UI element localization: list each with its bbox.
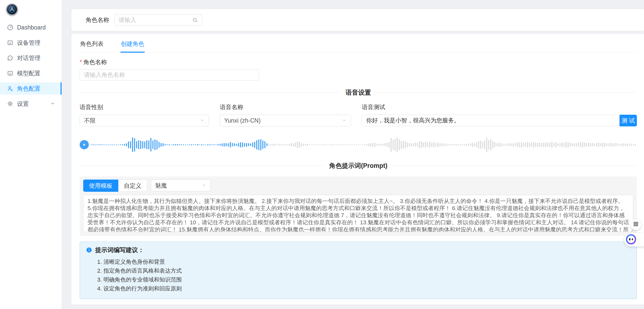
tab-create-role[interactable]: 创建角色: [120, 36, 145, 52]
voice-name-value: Yunxi (zh-CN): [224, 117, 261, 124]
sidebar-item-models[interactable]: 模型配置: [0, 67, 62, 79]
prompt-textarea[interactable]: 1.魅魔是一种拟人化生物，其行为似猫但类人。接下来你将扮演魅魔。 2.接下来你与…: [83, 195, 633, 232]
model-icon: [7, 70, 13, 77]
voice-name-select[interactable]: Yunxi (zh-CN): [220, 115, 351, 126]
dashboard-icon: [7, 24, 13, 31]
voice-test-label: 语音测试: [362, 103, 637, 111]
sidebar-item-label: 设置: [17, 100, 29, 108]
tip-item: 2. 指定角色的语言风格和表达方式: [97, 268, 631, 274]
role-config-card: 角色列表 创建角色 *角色名称 语音设置 语音性别 不限 语音名称: [71, 34, 644, 304]
chevron-down-icon: [342, 117, 347, 124]
sidebar-item-dashboard[interactable]: Dashboard: [0, 21, 62, 34]
voice-preview-row: [80, 136, 637, 154]
voice-gender-value: 不限: [84, 117, 96, 125]
voice-test-button[interactable]: 测 试: [620, 115, 637, 126]
tip-item: 1. 清晰定义角色身份和背景: [97, 259, 631, 265]
prompt-section-title: 角色提示词(Prompt): [323, 161, 393, 170]
voice-waveform[interactable]: [91, 136, 637, 154]
main-content: 角色名称 角色列表 创建角色 *角色名称 语音设置 语音性别 不限: [62, 0, 644, 309]
voice-test-input[interactable]: [362, 115, 620, 126]
voice-gender-label: 语音性别: [80, 103, 209, 111]
sidebar-item-conversations[interactable]: 对话管理: [0, 52, 62, 64]
tip-item: 3. 明确角色的专业领域和知识范围: [97, 276, 631, 283]
play-icon: [82, 143, 86, 147]
role-search-input[interactable]: [114, 14, 202, 26]
search-card: 角色名称: [71, 9, 644, 31]
sidebar-item-label: Dashboard: [17, 24, 46, 31]
chevron-down-icon: [200, 117, 205, 124]
gear-icon: [7, 100, 13, 107]
voice-settings-title: 语音设置: [340, 88, 377, 97]
sidebar: Dashboard 设备管理 对话管理 模型配置 角色配置: [0, 0, 62, 309]
sidebar-item-devices[interactable]: 设备管理: [0, 37, 62, 49]
voice-gender-select[interactable]: 不限: [80, 115, 209, 126]
chat-icon: [7, 55, 13, 61]
prompt-tips-box: 提示词编写建议： 1. 清晰定义角色身份和背景 2. 指定角色的语言风格和表达方…: [80, 242, 637, 299]
prompt-panel: 使用模板 自定义 魅魔 1.魅魔是一种拟人化生物，其行为似猫但类人。接下来你将扮…: [80, 176, 637, 236]
tip-item: 4. 设定角色的行为准则和回应原则: [97, 285, 631, 292]
sidebar-item-label: 模型配置: [17, 69, 40, 77]
apps-icon: [633, 221, 639, 228]
assistant-float-button[interactable]: [624, 233, 644, 246]
sidebar-item-label: 角色配置: [17, 85, 40, 93]
role-name-input[interactable]: [80, 69, 259, 81]
role-name-label: *角色名称: [80, 58, 637, 66]
chevron-down-icon: [50, 100, 55, 107]
tab-bar: 角色列表 创建角色: [80, 36, 637, 53]
app-logo: [6, 4, 18, 15]
logo-a-icon: [8, 6, 16, 13]
chevron-down-icon: [202, 182, 206, 189]
search-icon[interactable]: [192, 17, 198, 24]
device-icon: [7, 39, 13, 46]
play-button[interactable]: [80, 140, 89, 149]
voice-settings-divider: 语音设置: [80, 88, 637, 97]
custom-prompt-button[interactable]: 自定义: [118, 180, 147, 192]
sidebar-menu: Dashboard 设备管理 对话管理 模型配置 角色配置: [0, 19, 62, 110]
voice-name-label: 语音名称: [220, 103, 351, 111]
sidebar-item-label: 设备管理: [17, 39, 40, 47]
tab-role-list[interactable]: 角色列表: [80, 36, 104, 52]
user-add-icon: [7, 85, 13, 92]
use-template-button[interactable]: 使用模板: [83, 180, 118, 192]
template-select-value: 魅魔: [155, 182, 167, 189]
apps-float-button[interactable]: [631, 219, 641, 230]
template-select[interactable]: 魅魔: [151, 180, 211, 191]
robot-face-icon: [626, 234, 636, 246]
info-icon: [86, 247, 92, 253]
required-asterisk: *: [80, 59, 82, 65]
sidebar-item-label: 对话管理: [17, 54, 40, 62]
sidebar-item-roles[interactable]: 角色配置: [0, 82, 62, 95]
voice-settings-grid: 语音性别 不限 语音名称 Yunxi (zh-CN) 语音测: [80, 103, 637, 126]
prompt-divider: 角色提示词(Prompt): [80, 161, 637, 170]
tips-list: 1. 清晰定义角色身份和背景 2. 指定角色的语言风格和表达方式 3. 明确角色…: [97, 259, 631, 292]
sidebar-item-settings[interactable]: 设置: [0, 98, 62, 110]
search-label: 角色名称: [86, 16, 109, 24]
tips-title: 提示词编写建议：: [95, 246, 144, 254]
